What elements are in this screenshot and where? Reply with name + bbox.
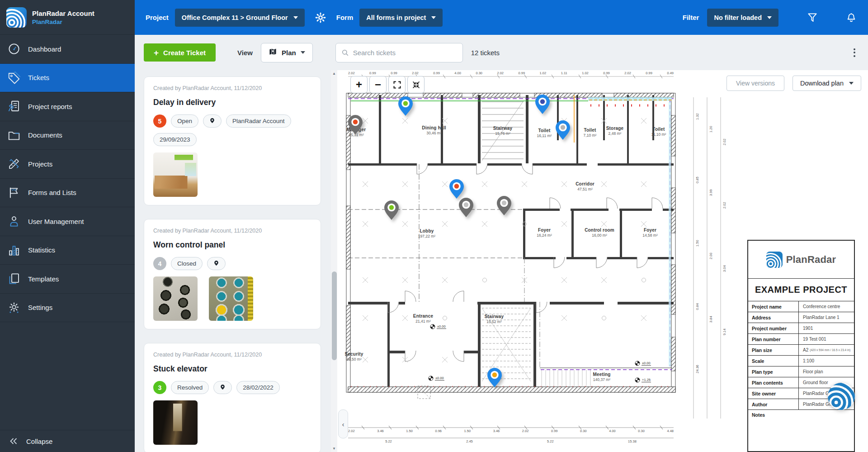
ticket-date-pill[interactable]: 29/09/2023 <box>153 133 197 146</box>
create-ticket-button[interactable]: + Create Ticket <box>144 43 216 62</box>
fullscreen-icon[interactable] <box>388 76 406 93</box>
account-company: PlanRadar <box>32 19 94 25</box>
dimension-value: 2.02 <box>722 202 726 209</box>
titleblock-row-value: 1:100 <box>799 356 854 366</box>
sidebar-item-dashboard[interactable]: Dashboard <box>0 35 135 64</box>
ticket-date-pill[interactable]: 28/02/2022 <box>236 381 280 394</box>
ticket-card[interactable]: Created by PlanRadar Account, 11/12/2020… <box>144 343 321 452</box>
ticket-pin[interactable] <box>347 114 363 137</box>
sidebar-item-label: Templates <box>28 275 59 283</box>
sidebar-item-label: Statistics <box>28 246 55 254</box>
ticket-thumbnail-meeting-room[interactable] <box>153 152 198 197</box>
ticket-pin[interactable] <box>555 120 571 143</box>
scrollbar-thumb[interactable] <box>332 271 337 360</box>
search-tickets-input[interactable] <box>335 43 463 62</box>
titleblock-row: Plan typeFloor plan <box>748 366 854 377</box>
ticket-pin[interactable] <box>458 197 474 220</box>
form-selector[interactable]: All forms in project <box>359 9 443 27</box>
view-label: View <box>237 49 253 57</box>
ticket-pin[interactable] <box>383 200 400 223</box>
ticket-status-pill[interactable]: Open <box>171 114 198 128</box>
titleblock-row-label: Plan contents <box>748 377 799 388</box>
ticket-thumbnail-elevator-buttons-1[interactable] <box>153 276 198 321</box>
ticket-card[interactable]: Created by PlanRadar Account, 11/12/2020… <box>144 219 321 329</box>
project-selector[interactable]: Office Complex 11 > Ground Floor <box>175 9 305 27</box>
filter-selector-value: No filter loaded <box>714 14 762 21</box>
filter-selector[interactable]: No filter loaded <box>707 9 778 27</box>
dimension-value: 3.46 <box>493 429 500 433</box>
ticket-status-pill[interactable]: Closed <box>171 257 203 270</box>
dimension-value: 0.49 <box>667 71 674 75</box>
funnel-filter-icon[interactable] <box>807 12 818 24</box>
zoom-in-button[interactable]: + <box>350 76 368 93</box>
project-selector-value: Office Complex 11 > Ground Floor <box>182 14 288 21</box>
ticket-pin[interactable] <box>397 96 414 119</box>
view-mode-selector[interactable]: Plan <box>261 43 313 62</box>
dimension-value: 0.99 <box>391 71 397 75</box>
sidebar-collapse-button[interactable]: Collapse <box>0 430 135 452</box>
ticket-status-pill[interactable]: Resolved <box>171 381 209 394</box>
sidebar-item-templates[interactable]: Templates <box>0 265 135 294</box>
ticket-thumbnail-elevator-buttons-2[interactable] <box>209 276 253 321</box>
titleblock-row-value: 1901 <box>799 323 854 333</box>
more-options-icon[interactable] <box>850 46 859 60</box>
topbar: Project Office Complex 11 > Ground Floor… <box>135 0 868 35</box>
location-pin-pill[interactable] <box>213 381 232 394</box>
create-ticket-label: Create Ticket <box>163 49 206 57</box>
dimension-value: 2.02 <box>348 71 355 75</box>
sidebar-item-label: Dashboard <box>28 45 61 53</box>
notifications-bell-icon[interactable] <box>845 12 857 24</box>
ticket-pin[interactable] <box>486 367 503 390</box>
account-header[interactable]: PlanRadar Account PlanRadar <box>0 0 135 35</box>
sidebar-item-label: Documents <box>28 131 62 139</box>
sidebar-item-forms-and-lists[interactable]: Forms and Lists <box>0 179 135 208</box>
sidebar-item-projects[interactable]: Projects <box>0 150 135 179</box>
collapse-panel-tab[interactable]: ‹ <box>338 409 348 438</box>
forms-icon <box>7 186 21 200</box>
collapse-label: Collapse <box>26 438 52 445</box>
view-mode-value: Plan <box>282 49 296 57</box>
plan-settings-gear-icon[interactable] <box>315 12 326 24</box>
sidebar-item-settings[interactable]: Settings <box>0 294 135 323</box>
ticket-number-badge: 3 <box>153 381 166 394</box>
titleblock-row-label: Plan size <box>748 345 799 355</box>
level-marker: +1.25 <box>635 377 651 383</box>
ticket-list-scrollbar[interactable]: ▲ ▼ <box>331 70 337 452</box>
sidebar-item-user-management[interactable]: User Management <box>0 207 135 236</box>
sidebar-item-statistics[interactable]: Statistics <box>0 236 135 265</box>
dimension-value: 1.20 <box>709 126 713 133</box>
titleblock-row-value: Floor plan <box>799 366 854 377</box>
titleblock-row-value: Conference centre <box>799 301 854 312</box>
scroll-up-arrow[interactable]: ▲ <box>331 70 337 77</box>
ticket-pin[interactable] <box>496 195 512 218</box>
sidebar-item-tickets[interactable]: Tickets <box>0 64 135 93</box>
settings-icon <box>7 301 21 314</box>
search-icon <box>341 48 349 57</box>
dimension-value: 2.02 <box>412 71 419 75</box>
view-versions-button[interactable]: View versions <box>726 76 784 91</box>
scroll-down-arrow[interactable]: ▼ <box>331 445 337 452</box>
dimension-value: 1.50 <box>406 429 413 433</box>
dimension-value: 2.02 <box>522 429 529 433</box>
ticket-number-badge: 5 <box>153 114 166 128</box>
ticket-thumbnail-elevator-interior[interactable] <box>153 400 198 445</box>
ticket-created-by: Created by PlanRadar Account, 11/12/2020 <box>153 352 311 358</box>
documents-icon <box>7 128 21 142</box>
dimension-value: 4.00 <box>454 71 461 75</box>
location-pin-pill[interactable] <box>207 257 226 270</box>
ticket-card[interactable]: Created by PlanRadar Account, 11/12/2020… <box>144 76 321 205</box>
zoom-out-button[interactable]: − <box>369 76 387 93</box>
sidebar-item-label: Project reports <box>28 103 72 110</box>
sidebar-item-project-reports[interactable]: Project reports <box>0 92 135 121</box>
fit-to-screen-icon[interactable] <box>407 76 425 93</box>
sidebar-item-documents[interactable]: Documents <box>0 121 135 150</box>
ticket-user-pill[interactable]: PlanRadar Account <box>226 114 291 128</box>
dimension-value: 1.02 <box>540 71 547 75</box>
plan-viewport[interactable]: + − View versions Download plan 2.020.99… <box>337 70 868 452</box>
download-plan-button[interactable]: Download plan <box>793 76 861 91</box>
dimension-value: 2.45 <box>466 439 473 443</box>
location-pin-pill[interactable] <box>203 114 222 128</box>
ticket-pin[interactable] <box>534 94 551 117</box>
user-management-icon <box>7 214 21 228</box>
ticket-title: Stuck elevator <box>153 364 311 374</box>
